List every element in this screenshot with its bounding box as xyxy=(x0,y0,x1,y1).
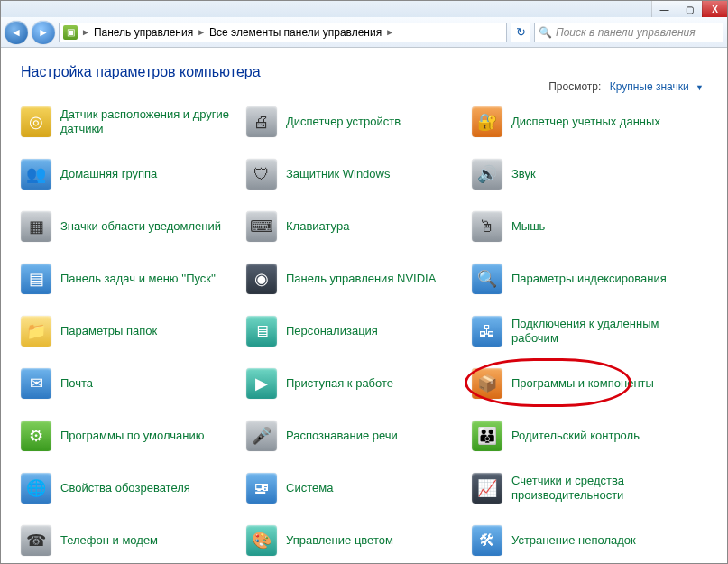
parental-controls-icon: 👪 xyxy=(472,421,502,451)
cp-item-label: Приступая к работе xyxy=(286,376,393,391)
cp-item-homegroup[interactable]: 👥Домашняя группа xyxy=(21,154,246,194)
minimize-button[interactable]: — xyxy=(651,1,677,17)
cp-item-speech-recognition[interactable]: 🎤Распознавание речи xyxy=(246,416,472,456)
cp-item-label: Программы по умолчанию xyxy=(60,429,204,443)
troubleshooting-icon: 🛠 xyxy=(472,525,502,556)
system-icon: 🖳 xyxy=(246,473,277,504)
cp-item-label: Персонализация xyxy=(286,324,378,338)
credential-manager-icon: 🔐 xyxy=(472,106,502,137)
search-icon: 🔍 xyxy=(539,26,552,39)
breadcrumb-seg-2[interactable]: Все элементы панели управления xyxy=(209,26,382,39)
cp-item-parental-controls[interactable]: 👪Родительский контроль xyxy=(472,416,697,456)
cp-item-label: Программы и компоненты xyxy=(511,376,654,391)
cp-item-troubleshooting[interactable]: 🛠Устранение неполадок xyxy=(472,521,697,560)
color-management-icon: 🎨 xyxy=(246,525,277,556)
default-programs-icon: ⚙ xyxy=(21,421,51,451)
cp-item-indexing-options[interactable]: 🔍Параметры индексирования xyxy=(472,259,697,299)
cp-item-default-programs[interactable]: ⚙Программы по умолчанию xyxy=(21,416,246,456)
nav-forward-button[interactable]: ► xyxy=(32,21,55,44)
programs-and-features-icon: 📦 xyxy=(472,368,502,399)
items-grid: ◎Датчик расположения и другие датчики🖨Ди… xyxy=(21,102,707,560)
chevron-right-icon: ► xyxy=(385,27,394,37)
toolbar: ◄ ► ▣ ► Панель управления ► Все элементы… xyxy=(1,17,727,48)
cp-item-notification-icons[interactable]: ▦Значки области уведомлений xyxy=(21,207,246,246)
phone-modem-icon: ☎ xyxy=(21,525,51,556)
cp-item-label: Панель задач и меню ''Пуск'' xyxy=(60,272,216,286)
cp-item-color-management[interactable]: 🎨Управление цветом xyxy=(246,521,472,560)
maximize-button[interactable]: ▢ xyxy=(677,1,702,17)
view-by-value: Крупные значки xyxy=(610,80,689,93)
cp-item-nvidia-control-panel[interactable]: ◉Панель управления NVIDIA xyxy=(246,259,472,299)
cp-item-keyboard[interactable]: ⌨Клавиатура xyxy=(246,207,472,246)
chevron-down-icon: ▼ xyxy=(696,83,704,92)
cp-item-remote-app-connections[interactable]: 🖧Подключения к удаленным рабочим xyxy=(472,311,697,351)
cp-item-label: Почта xyxy=(60,376,93,391)
view-by-selector[interactable]: Просмотр: Крупные значки ▼ xyxy=(548,80,704,93)
cp-item-windows-defender[interactable]: 🛡Защитник Windows xyxy=(246,154,472,194)
cp-item-label: Датчик расположения и другие датчики xyxy=(60,107,236,137)
titlebar: — ▢ X xyxy=(1,1,727,17)
cp-item-location-sensors[interactable]: ◎Датчик расположения и другие датчики xyxy=(21,102,246,142)
cp-item-device-manager[interactable]: 🖨Диспетчер устройств xyxy=(246,102,472,142)
cp-item-folder-options[interactable]: 📁Параметры папок xyxy=(21,311,246,351)
cp-item-label: Клавиатура xyxy=(286,219,349,234)
cp-item-label: Значки области уведомлений xyxy=(60,219,221,234)
breadcrumb[interactable]: ▣ ► Панель управления ► Все элементы пан… xyxy=(59,23,507,42)
cp-item-credential-manager[interactable]: 🔐Диспетчер учетных данных xyxy=(472,102,697,142)
cp-item-label: Подключения к удаленным рабочим xyxy=(511,317,687,347)
cp-item-label: Распознавание речи xyxy=(286,429,398,443)
cp-item-programs-and-features[interactable]: 📦Программы и компоненты xyxy=(472,364,697,403)
speech-recognition-icon: 🎤 xyxy=(246,421,277,451)
cp-item-label: Мышь xyxy=(511,219,545,234)
cp-item-performance-tools[interactable]: 📈Счетчики и средства производительности xyxy=(472,468,697,508)
indexing-options-icon: 🔍 xyxy=(472,264,502,294)
close-button[interactable]: X xyxy=(702,1,727,17)
cp-item-taskbar-startmenu[interactable]: ▤Панель задач и меню ''Пуск'' xyxy=(21,259,246,299)
getting-started-icon: ▶ xyxy=(246,368,277,399)
cp-item-label: Диспетчер учетных данных xyxy=(511,115,660,129)
mail-icon: ✉ xyxy=(21,368,51,399)
cp-item-label: Управление цветом xyxy=(286,533,393,548)
view-by-label: Просмотр: xyxy=(548,80,601,93)
nav-back-button[interactable]: ◄ xyxy=(5,21,28,44)
cp-item-phone-modem[interactable]: ☎Телефон и модем xyxy=(21,521,246,560)
cp-item-label: Домашняя группа xyxy=(60,167,157,181)
cp-item-mouse[interactable]: 🖱Мышь xyxy=(472,207,697,246)
location-sensors-icon: ◎ xyxy=(21,106,51,137)
search-placeholder: Поиск в панели управления xyxy=(556,26,696,39)
chevron-right-icon: ► xyxy=(197,27,206,37)
cp-item-label: Панель управления NVIDIA xyxy=(286,272,436,286)
arrow-left-icon: ◄ xyxy=(11,26,22,39)
cp-item-label: Параметры папок xyxy=(60,324,157,338)
breadcrumb-seg-1[interactable]: Панель управления xyxy=(94,26,193,39)
nvidia-control-panel-icon: ◉ xyxy=(246,264,277,294)
refresh-icon: ↻ xyxy=(516,25,526,39)
internet-options-icon: 🌐 xyxy=(21,473,51,504)
cp-item-sound[interactable]: 🔊Звук xyxy=(472,154,697,194)
page-title: Настройка параметров компьютера xyxy=(21,64,707,80)
arrow-right-icon: ► xyxy=(38,26,49,39)
cp-item-getting-started[interactable]: ▶Приступая к работе xyxy=(246,364,472,403)
window-buttons: — ▢ X xyxy=(651,1,727,17)
cp-item-label: Устранение неполадок xyxy=(511,533,636,548)
taskbar-startmenu-icon: ▤ xyxy=(21,264,51,294)
control-panel-window: — ▢ X ◄ ► ▣ ► Панель управления ► Все эл… xyxy=(0,0,728,564)
search-input[interactable]: 🔍 Поиск в панели управления xyxy=(534,23,723,42)
cp-item-system[interactable]: 🖳Система xyxy=(246,468,472,508)
folder-options-icon: 📁 xyxy=(21,316,51,347)
performance-tools-icon: 📈 xyxy=(472,473,502,504)
control-panel-icon: ▣ xyxy=(63,25,78,40)
sound-icon: 🔊 xyxy=(472,159,502,190)
cp-item-label: Звук xyxy=(511,167,536,181)
cp-item-label: Телефон и модем xyxy=(60,533,158,548)
cp-item-label: Защитник Windows xyxy=(286,167,390,181)
cp-item-internet-options[interactable]: 🌐Свойства обозревателя xyxy=(21,468,246,508)
content-area: Настройка параметров компьютера Просмотр… xyxy=(1,48,727,564)
chevron-right-icon: ► xyxy=(81,27,90,37)
cp-item-mail[interactable]: ✉Почта xyxy=(21,364,246,403)
personalization-icon: 🖥 xyxy=(246,316,277,347)
cp-item-personalization[interactable]: 🖥Персонализация xyxy=(246,311,472,351)
cp-item-label: Параметры индексирования xyxy=(511,272,667,286)
refresh-button[interactable]: ↻ xyxy=(511,23,530,42)
homegroup-icon: 👥 xyxy=(21,159,51,190)
